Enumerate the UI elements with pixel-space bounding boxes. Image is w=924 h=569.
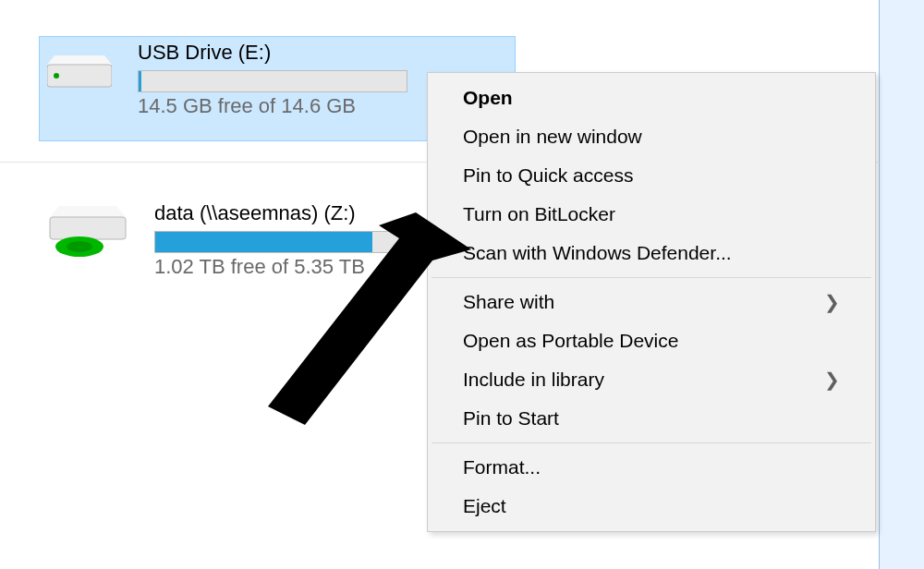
- storage-bar: [138, 70, 407, 92]
- menu-open-new-window[interactable]: Open in new window: [430, 117, 873, 156]
- usb-drive-icon: [47, 46, 112, 91]
- storage-bar-fill: [155, 232, 372, 252]
- menu-format[interactable]: Format...: [430, 448, 873, 487]
- context-menu: Open Open in new window Pin to Quick acc…: [427, 72, 876, 532]
- drive-freespace: 14.5 GB free of 14.6 GB: [138, 94, 407, 118]
- svg-rect-4: [50, 217, 126, 239]
- network-drive-icon: [46, 199, 129, 260]
- menu-scan-defender[interactable]: Scan with Windows Defender...: [430, 234, 873, 272]
- menu-separator: [432, 277, 871, 278]
- menu-include-library[interactable]: Include in library ❯: [430, 360, 873, 399]
- svg-point-2: [54, 73, 59, 79]
- menu-separator: [432, 442, 871, 443]
- drive-name: data (\\aseemnas) (Z:): [154, 201, 424, 225]
- svg-marker-3: [50, 206, 126, 217]
- menu-open-portable[interactable]: Open as Portable Device: [430, 321, 873, 360]
- menu-share-with[interactable]: Share with ❯: [430, 283, 873, 321]
- svg-point-6: [67, 241, 92, 252]
- chevron-right-icon: ❯: [824, 369, 840, 391]
- storage-bar-fill: [139, 71, 141, 91]
- menu-eject[interactable]: Eject: [430, 487, 873, 526]
- svg-marker-0: [47, 55, 112, 65]
- menu-pin-quick-access[interactable]: Pin to Quick access: [430, 156, 873, 195]
- right-panel-strip: [879, 0, 924, 569]
- menu-pin-to-start[interactable]: Pin to Start: [430, 399, 873, 438]
- drive-name: USB Drive (E:): [138, 41, 407, 65]
- menu-open[interactable]: Open: [430, 79, 873, 117]
- drive-freespace: 1.02 TB free of 5.35 TB: [154, 255, 424, 279]
- chevron-right-icon: ❯: [824, 291, 840, 313]
- storage-bar: [154, 231, 424, 253]
- menu-turn-on-bitlocker[interactable]: Turn on BitLocker: [430, 195, 873, 234]
